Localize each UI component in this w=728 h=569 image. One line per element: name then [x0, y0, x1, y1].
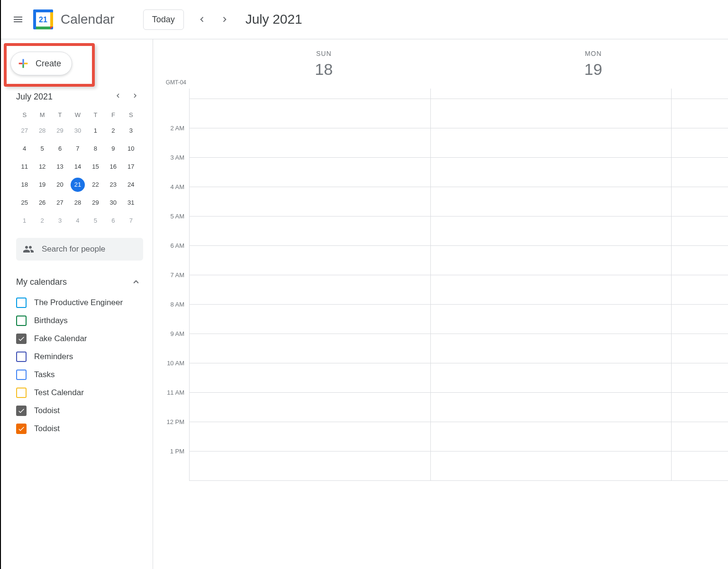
- mini-day[interactable]: 16: [106, 160, 120, 174]
- hour-cell[interactable]: [431, 217, 672, 246]
- mini-day[interactable]: 7: [71, 142, 85, 156]
- mini-day[interactable]: 15: [88, 160, 102, 174]
- mini-day[interactable]: 27: [18, 124, 32, 138]
- mini-next-month-button[interactable]: [131, 91, 139, 102]
- calendar-item[interactable]: Todoist: [16, 402, 141, 420]
- mini-day[interactable]: 5: [35, 142, 49, 156]
- mini-day[interactable]: 6: [53, 142, 67, 156]
- mini-day[interactable]: 27: [53, 196, 67, 210]
- calendar-item[interactable]: Todoist: [16, 420, 141, 438]
- mini-day[interactable]: 24: [124, 178, 138, 192]
- prev-week-button[interactable]: [192, 10, 211, 29]
- day-header[interactable]: SUN18: [189, 39, 459, 89]
- hour-cell[interactable]: [190, 452, 430, 481]
- calendar-checkbox[interactable]: [16, 406, 27, 416]
- calendar-item[interactable]: Tasks: [16, 366, 141, 384]
- mini-day[interactable]: 13: [53, 160, 67, 174]
- calendar-checkbox[interactable]: [16, 334, 27, 344]
- calendar-item[interactable]: Reminders: [16, 348, 141, 366]
- day-column[interactable]: [430, 89, 672, 481]
- mini-day[interactable]: 6: [106, 214, 120, 228]
- calendar-item[interactable]: Test Calendar: [16, 384, 141, 402]
- mini-day[interactable]: 18: [18, 178, 32, 192]
- mini-day[interactable]: 17: [124, 160, 138, 174]
- mini-day[interactable]: 25: [18, 196, 32, 210]
- calendar-checkbox[interactable]: [16, 388, 27, 398]
- today-button[interactable]: Today: [143, 9, 184, 30]
- mini-day[interactable]: 3: [124, 124, 138, 138]
- mini-day[interactable]: 4: [18, 142, 32, 156]
- calendar-checkbox[interactable]: [16, 352, 27, 362]
- mini-prev-month-button[interactable]: [114, 91, 122, 102]
- mini-day[interactable]: 26: [35, 196, 49, 210]
- mini-day[interactable]: 29: [53, 124, 67, 138]
- calendar-checkbox[interactable]: [16, 370, 27, 380]
- hour-cell[interactable]: [431, 187, 672, 217]
- mini-day[interactable]: 22: [88, 178, 102, 192]
- calendar-checkbox[interactable]: [16, 424, 27, 434]
- hour-cell[interactable]: [190, 128, 430, 158]
- mini-day[interactable]: 9: [106, 142, 120, 156]
- mini-day[interactable]: 20: [53, 178, 67, 192]
- mini-day[interactable]: 29: [88, 196, 102, 210]
- hour-cell[interactable]: [431, 128, 672, 158]
- create-button[interactable]: Create: [10, 52, 72, 75]
- hour-cell[interactable]: [431, 99, 672, 128]
- calendar-checkbox[interactable]: [16, 298, 27, 308]
- hour-cell[interactable]: [431, 452, 672, 481]
- mini-day[interactable]: 28: [35, 124, 49, 138]
- day-header[interactable]: MON19: [459, 39, 728, 89]
- calendar-item[interactable]: Birthdays: [16, 312, 141, 330]
- mini-day[interactable]: 7: [124, 214, 138, 228]
- hour-cell[interactable]: [431, 334, 672, 363]
- hour-cell[interactable]: [190, 305, 430, 334]
- calendar-checkbox[interactable]: [16, 316, 27, 326]
- mini-day[interactable]: 11: [18, 160, 32, 174]
- time-label: [153, 99, 189, 128]
- hour-cell[interactable]: [431, 275, 672, 305]
- hour-cell[interactable]: [190, 422, 430, 452]
- hour-cell[interactable]: [431, 246, 672, 275]
- mini-day[interactable]: 2: [35, 214, 49, 228]
- hour-cell[interactable]: [190, 99, 430, 128]
- mini-day[interactable]: 14: [71, 160, 85, 174]
- search-people-input[interactable]: Search for people: [16, 238, 143, 261]
- hour-cell[interactable]: [431, 363, 672, 393]
- hour-cell[interactable]: [190, 158, 430, 187]
- hamburger-menu-button[interactable]: [7, 8, 29, 31]
- mini-day[interactable]: 28: [71, 196, 85, 210]
- mini-day[interactable]: 19: [35, 178, 49, 192]
- hour-cell[interactable]: [431, 158, 672, 187]
- hour-cell[interactable]: [431, 393, 672, 422]
- mini-day[interactable]: 1: [88, 124, 102, 138]
- hour-cell[interactable]: [431, 305, 672, 334]
- mini-day[interactable]: 4: [71, 214, 85, 228]
- mini-day[interactable]: 12: [35, 160, 49, 174]
- mini-day[interactable]: 21: [71, 178, 85, 192]
- mini-day[interactable]: 10: [124, 142, 138, 156]
- mini-day[interactable]: 23: [106, 178, 120, 192]
- mini-day[interactable]: 8: [88, 142, 102, 156]
- day-column[interactable]: [189, 89, 430, 481]
- time-label: 5 AM: [153, 217, 189, 246]
- mini-day[interactable]: 31: [124, 196, 138, 210]
- time-grid[interactable]: 2 AM3 AM4 AM5 AM6 AM7 AM8 AM9 AM10 AM11 …: [153, 89, 728, 569]
- hour-cell[interactable]: [190, 246, 430, 275]
- hour-cell[interactable]: [190, 363, 430, 393]
- hour-cell[interactable]: [431, 422, 672, 452]
- calendar-item[interactable]: The Productive Engineer: [16, 294, 141, 312]
- mini-day[interactable]: 30: [106, 196, 120, 210]
- mini-day[interactable]: 1: [18, 214, 32, 228]
- mini-day[interactable]: 2: [106, 124, 120, 138]
- hour-cell[interactable]: [190, 217, 430, 246]
- hour-cell[interactable]: [190, 275, 430, 305]
- hour-cell[interactable]: [190, 187, 430, 217]
- mini-day[interactable]: 30: [71, 124, 85, 138]
- calendar-item[interactable]: Fake Calendar: [16, 330, 141, 348]
- my-calendars-toggle[interactable]: My calendars: [1, 277, 153, 287]
- hour-cell[interactable]: [190, 393, 430, 422]
- next-week-button[interactable]: [215, 10, 234, 29]
- mini-day[interactable]: 5: [88, 214, 102, 228]
- mini-day[interactable]: 3: [53, 214, 67, 228]
- hour-cell[interactable]: [190, 334, 430, 363]
